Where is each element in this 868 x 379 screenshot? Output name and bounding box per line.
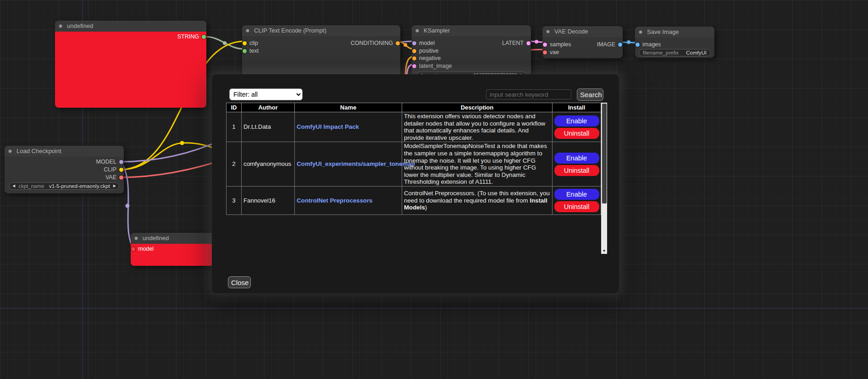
decrement-arrow-icon[interactable]: ◀ (12, 182, 15, 190)
vae-output-pin-icon[interactable] (119, 176, 123, 180)
node-header[interactable]: Load Checkpoint (5, 146, 124, 157)
extension-author: Dr.Lt.Data (242, 112, 295, 142)
scrollbar-down-button[interactable]: ▼ (601, 248, 607, 254)
extension-author: comfyanonymous (242, 142, 295, 187)
collapse-dot-icon[interactable] (546, 30, 550, 33)
output-slot-model[interactable]: MODEL (96, 158, 124, 165)
samples-input-pin-icon[interactable] (543, 43, 547, 47)
image-output-pin-icon[interactable] (618, 43, 622, 47)
filename-prefix-widget[interactable]: filename_prefix ComfyUI (639, 49, 711, 56)
ckpt-name-widget[interactable]: ◀ ckpt_name v1-5-pruned-emaonly.ckpt ▶ (9, 182, 119, 190)
enable-button[interactable]: Enable (554, 189, 599, 200)
node-load-checkpoint[interactable]: Load Checkpoint MODEL CLIP VAE ◀ ckpt_na… (5, 146, 124, 193)
clip-input-pin-icon[interactable] (243, 41, 247, 45)
extension-row: 1Dr.Lt.DataComfyUI Impact PackThis exten… (227, 112, 601, 142)
node-header[interactable]: Save Image (635, 27, 714, 38)
close-button[interactable]: Close (228, 276, 251, 288)
extension-install-cell: EnableUninstall (553, 142, 601, 187)
slot-label: negative (419, 55, 441, 61)
collapse-dot-icon[interactable] (134, 236, 138, 240)
extension-description: ControlNet Preprocessors. (To use this e… (402, 186, 553, 214)
node-header[interactable]: undefined (55, 21, 206, 32)
node-header[interactable]: KSampler (412, 25, 531, 36)
model-output-pin-icon[interactable] (119, 160, 123, 164)
collapse-dot-icon[interactable] (246, 29, 249, 33)
input-slot-latent-image[interactable]: latent_image (412, 62, 452, 70)
string-output-pin-icon[interactable] (202, 35, 206, 39)
input-slot-model[interactable]: model (131, 245, 154, 253)
table-scrollbar-thumb[interactable] (602, 104, 607, 203)
node-title: undefined (143, 235, 169, 242)
search-button[interactable]: Search (577, 88, 603, 101)
header-description: Description (402, 103, 553, 112)
latent-output-pin-icon[interactable] (526, 41, 531, 45)
filter-select[interactable]: Filter: all (229, 88, 303, 100)
input-slot-images[interactable]: images (635, 41, 661, 48)
uninstall-button[interactable]: Uninstall (554, 165, 599, 176)
table-scrollbar-track[interactable]: ▼ (601, 103, 607, 254)
slot-label: positive (419, 48, 438, 54)
output-slot-string[interactable]: STRING (177, 33, 206, 40)
slot-label: STRING (177, 33, 199, 40)
canvas-axis-horizontal (0, 308, 868, 308)
images-input-pin-icon[interactable] (636, 43, 640, 47)
extension-name-link[interactable]: ComfyUI Impact Pack (297, 123, 359, 130)
graph-canvas[interactable]: undefined STRING CLIP Text Encode (Promp… (0, 0, 868, 379)
conditioning-output-pin-icon[interactable] (396, 41, 400, 45)
output-slot-vae[interactable]: VAE (105, 174, 124, 181)
uninstall-button[interactable]: Uninstall (554, 201, 599, 212)
collapse-dot-icon[interactable] (415, 29, 419, 33)
node-save-image[interactable]: Save Image images filename_prefix ComfyU… (635, 27, 714, 58)
output-slot-clip[interactable]: CLIP (104, 166, 124, 173)
input-slot-clip[interactable]: clip (242, 39, 258, 47)
node-header[interactable]: CLIP Text Encode (Prompt) (242, 25, 400, 36)
extension-name-link[interactable]: ComfyUI_experiments/sampler_tonemap (297, 160, 415, 167)
slot-label: VAE (105, 174, 116, 181)
input-slot-text[interactable]: text (242, 47, 259, 55)
input-slot-vae[interactable]: vae (542, 49, 559, 56)
slot-label: clip (249, 40, 258, 46)
text-input-pin-icon[interactable] (243, 49, 247, 53)
slot-label: IMAGE (597, 41, 615, 48)
model-input-pin-icon[interactable] (131, 247, 135, 251)
negative-input-pin-icon[interactable] (412, 56, 416, 60)
output-slot-latent[interactable]: LATENT (502, 39, 531, 47)
widget-label: filename_prefix (643, 50, 679, 55)
node-vae-decode[interactable]: VAE Decode samples vae IMAGE (542, 26, 623, 58)
slot-label: model (138, 246, 154, 252)
extension-name-link[interactable]: ControlNet Preprocessors (297, 197, 373, 204)
uninstall-button[interactable]: Uninstall (554, 128, 599, 139)
input-slot-positive[interactable]: positive (412, 47, 438, 55)
input-slot-samples[interactable]: samples (542, 41, 571, 48)
collapse-dot-icon[interactable] (8, 149, 12, 153)
enable-button[interactable]: Enable (554, 115, 599, 126)
node-title: undefined (67, 22, 93, 29)
input-slot-negative[interactable]: negative (412, 55, 441, 62)
output-slot-image[interactable]: IMAGE (597, 41, 623, 48)
search-input[interactable] (486, 89, 571, 99)
widget-value: ComfyUI (686, 50, 707, 55)
output-slot-conditioning[interactable]: CONDITIONING (351, 39, 400, 47)
extension-id: 2 (227, 142, 242, 187)
node-title: VAE Decode (554, 28, 588, 35)
extension-name-cell: ComfyUI_experiments/sampler_tonemap (295, 142, 402, 187)
extensions-table: ID Author Name Description Install 1Dr.L… (226, 103, 601, 215)
node-undefined-top[interactable]: undefined STRING (55, 21, 206, 108)
header-id: ID (227, 103, 242, 112)
positive-input-pin-icon[interactable] (412, 49, 416, 53)
model-input-pin-icon[interactable] (412, 41, 416, 45)
clip-output-pin-icon[interactable] (119, 168, 123, 172)
slot-label: model (419, 40, 435, 46)
latent-image-input-pin-icon[interactable] (412, 64, 416, 68)
input-slot-model[interactable]: model (412, 39, 435, 47)
extension-id: 3 (227, 186, 242, 214)
enable-button[interactable]: Enable (554, 153, 599, 164)
header-install: Install (553, 103, 601, 112)
node-header[interactable]: VAE Decode (542, 26, 623, 37)
collapse-dot-icon[interactable] (59, 24, 62, 28)
vae-input-pin-icon[interactable] (543, 50, 547, 55)
increment-arrow-icon[interactable]: ▶ (113, 182, 116, 190)
collapse-dot-icon[interactable] (639, 30, 642, 34)
extensions-table-container: ID Author Name Description Install 1Dr.L… (226, 103, 601, 215)
wire-string-to-text (205, 37, 244, 49)
